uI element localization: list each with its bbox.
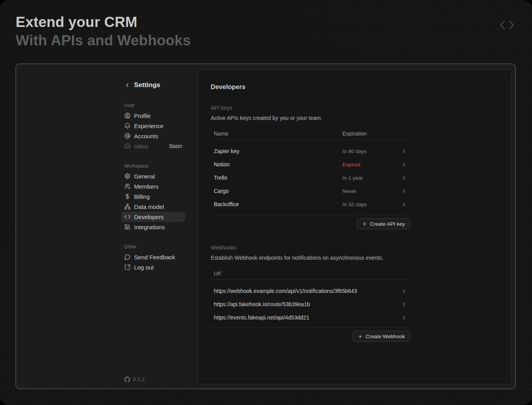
api-key-expiration: Expired bbox=[342, 162, 401, 168]
plus-icon bbox=[362, 221, 367, 227]
create-webhook-button[interactable]: Create Webhook bbox=[353, 331, 410, 342]
webhook-row[interactable]: https://api.fakehook.io/route/53b39ea1b bbox=[211, 298, 410, 311]
api-key-row[interactable]: Backoffice In 32 days bbox=[211, 198, 410, 211]
sidebar-item-label: Developers bbox=[134, 214, 164, 220]
settings-sidebar: Settings User Profile Experience Account… bbox=[121, 80, 185, 272]
api-key-expiration: In 32 days bbox=[342, 202, 401, 207]
sidebar-item-log-out[interactable]: Log out bbox=[121, 262, 185, 272]
page: Extend your CRM With APIs and Webhooks S… bbox=[0, 0, 532, 405]
sidebar-item-label: Integrations bbox=[134, 224, 165, 230]
sidebar-section-label: Other bbox=[121, 244, 185, 250]
panel-title: Developers bbox=[211, 82, 410, 91]
gear-icon bbox=[124, 173, 131, 179]
sidebar-item-billing[interactable]: Billing bbox=[121, 191, 185, 202]
webhook-row[interactable]: https://events.fakeapi.net/api/4d53dd21 bbox=[211, 311, 410, 324]
api-key-expiration: In 80 days bbox=[342, 148, 401, 154]
divider bbox=[211, 139, 410, 140]
column-header-name: Name bbox=[214, 130, 342, 137]
api-key-name: Cargo bbox=[214, 188, 342, 194]
column-header-expiration: Expiration bbox=[342, 130, 367, 137]
chevron-left-icon bbox=[124, 82, 130, 88]
api-key-name: Backoffice bbox=[214, 201, 342, 207]
chevron-right-icon[interactable] bbox=[401, 175, 407, 181]
code-icon bbox=[124, 214, 131, 220]
api-key-expiration: Never bbox=[342, 188, 401, 194]
sidebar-item-label: Send Feedback bbox=[134, 254, 175, 260]
sidebar-item-profile[interactable]: Profile bbox=[121, 111, 185, 121]
divider bbox=[211, 327, 410, 328]
network-icon bbox=[124, 203, 131, 210]
code-icon bbox=[499, 17, 515, 33]
bell-icon bbox=[124, 123, 131, 129]
settings-back-label: Settings bbox=[134, 81, 160, 89]
sidebar-item-inbox[interactable]: Inbox Soon bbox=[121, 141, 185, 151]
sidebar-item-accounts[interactable]: Accounts bbox=[121, 131, 185, 141]
create-api-key-button[interactable]: Create API key bbox=[357, 218, 410, 229]
sidebar-item-label: Members bbox=[134, 183, 159, 190]
webhook-url: https://api.fakehook.io/route/53b39ea1b bbox=[214, 301, 401, 307]
webhooks-section-label: Webhooks bbox=[211, 244, 410, 251]
create-api-key-label: Create API key bbox=[370, 221, 405, 227]
webhooks-table-header: Url bbox=[211, 269, 410, 277]
sidebar-item-members[interactable]: Members bbox=[121, 181, 185, 191]
sidebar-item-experience[interactable]: Experience bbox=[121, 121, 185, 131]
chevron-right-icon[interactable] bbox=[401, 148, 407, 154]
sidebar-item-label: Experience bbox=[134, 123, 163, 129]
api-key-name: Zapier key bbox=[214, 148, 342, 154]
api-key-row[interactable]: Notion Expired bbox=[211, 158, 410, 171]
soon-badge: Soon bbox=[169, 143, 182, 149]
app-version: 0.1.2 bbox=[124, 376, 145, 382]
sidebar-item-data-model[interactable]: Data model bbox=[121, 202, 185, 212]
sidebar-item-label: General bbox=[134, 173, 155, 180]
column-header-url: Url bbox=[214, 270, 342, 277]
at-sign-icon bbox=[124, 133, 131, 139]
api-key-row[interactable]: Cargo Never bbox=[211, 184, 410, 198]
divider bbox=[211, 279, 410, 280]
dollar-icon bbox=[124, 193, 131, 200]
sidebar-item-integrations[interactable]: Integrations bbox=[121, 222, 185, 232]
hero-header: Extend your CRM With APIs and Webhooks bbox=[16, 13, 191, 50]
create-webhook-label: Create Webhook bbox=[365, 334, 405, 339]
sidebar-section: Workspace General Members Billing Data m… bbox=[121, 163, 185, 232]
api-key-expiration: In 1 year bbox=[342, 175, 401, 181]
chevron-right-icon[interactable] bbox=[401, 302, 407, 307]
chevron-right-icon[interactable] bbox=[401, 288, 407, 294]
sidebar-section: User Profile Experience Accounts Inbox S… bbox=[121, 102, 185, 151]
webhooks-description: Establish Webhook endpoints for notifica… bbox=[211, 255, 410, 261]
sidebar-item-label: Accounts bbox=[134, 133, 158, 139]
chevron-right-icon[interactable] bbox=[401, 202, 407, 207]
chevron-right-icon[interactable] bbox=[401, 188, 407, 194]
version-label: 0.1.2 bbox=[133, 376, 145, 382]
settings-card: Settings User Profile Experience Account… bbox=[16, 64, 516, 389]
github-icon bbox=[124, 376, 130, 382]
sidebar-section-label: User bbox=[121, 102, 185, 109]
users-icon bbox=[124, 183, 131, 189]
sidebar-section: Other Send Feedback Log out bbox=[121, 244, 185, 272]
api-key-row[interactable]: Zapier key In 80 days bbox=[211, 145, 410, 158]
api-key-name: Notion bbox=[214, 161, 342, 168]
webhook-url: https://webhook.example.com/api/v1/notif… bbox=[214, 288, 401, 294]
api-key-row[interactable]: Trello In 1 year bbox=[211, 171, 410, 184]
page-title: Extend your CRM bbox=[16, 13, 191, 31]
logout-icon bbox=[124, 264, 131, 270]
sidebar-sections: User Profile Experience Accounts Inbox S… bbox=[121, 102, 185, 272]
sidebar-item-label: Log out bbox=[134, 264, 154, 271]
api-key-name: Trello bbox=[214, 175, 342, 181]
sidebar-item-label: Inbox bbox=[134, 143, 149, 150]
api-keys-table: Zapier key In 80 days Notion Expired Tre… bbox=[211, 143, 410, 211]
webhook-row[interactable]: https://webhook.example.com/api/v1/notif… bbox=[211, 284, 410, 298]
squares-plus-icon bbox=[124, 224, 131, 230]
webhook-url: https://events.fakeapi.net/api/4d53dd21 bbox=[214, 314, 401, 321]
sidebar-item-general[interactable]: General bbox=[121, 171, 185, 181]
divider bbox=[211, 215, 410, 215]
page-subtitle: With APIs and Webhooks bbox=[16, 31, 191, 50]
chevron-right-icon[interactable] bbox=[401, 162, 407, 168]
sidebar-item-developers[interactable]: Developers bbox=[121, 212, 185, 222]
plus-icon bbox=[358, 334, 363, 339]
sidebar-item-send-feedback[interactable]: Send Feedback bbox=[121, 252, 185, 262]
chevron-right-icon[interactable] bbox=[401, 315, 407, 321]
webhooks-table: https://webhook.example.com/api/v1/notif… bbox=[211, 283, 410, 324]
user-circle-icon bbox=[124, 112, 131, 119]
sidebar-item-label: Data model bbox=[134, 203, 164, 210]
settings-back-button[interactable]: Settings bbox=[121, 80, 185, 90]
